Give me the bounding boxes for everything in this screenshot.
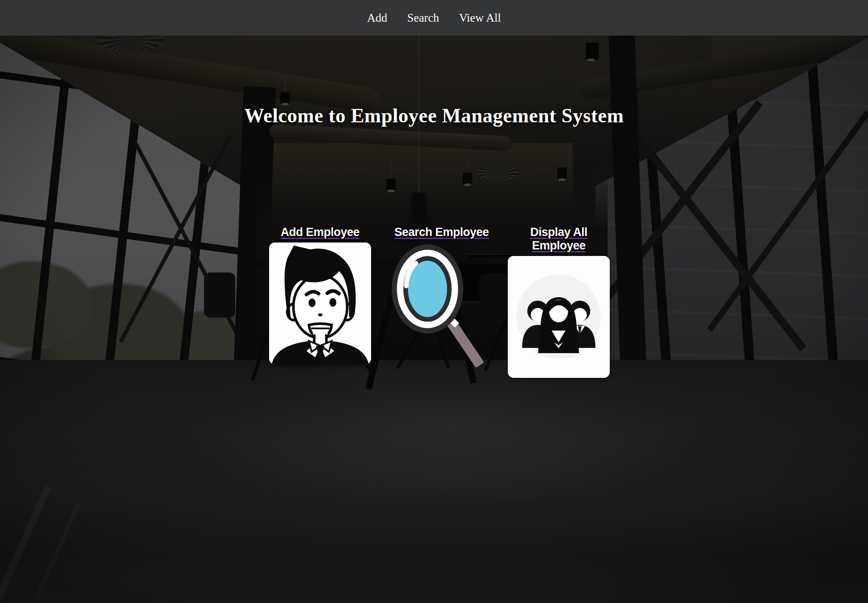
nav-link-view-all[interactable]: View All [459,11,501,25]
add-employee-card[interactable] [269,243,371,364]
add-employee-section: Add Employee [269,226,371,364]
nav-link-add[interactable]: Add [367,11,388,25]
magnifier-icon [391,243,493,373]
nav-link-search[interactable]: Search [407,11,439,25]
display-all-employee-link[interactable]: Display All Employee [508,226,610,252]
search-employee-section: Search Employee [391,226,493,373]
display-all-employee-card[interactable] [508,256,610,378]
man-avatar-icon [269,243,371,364]
top-navbar: Add Search View All [0,0,868,36]
add-employee-link[interactable]: Add Employee [281,226,360,239]
people-group-icon [508,256,610,378]
search-employee-image[interactable] [391,243,493,373]
search-employee-link[interactable]: Search Employee [395,226,489,239]
page-title: Welcome to Employee Management System [0,104,868,127]
display-all-employee-section: Display All Employee [508,226,610,378]
